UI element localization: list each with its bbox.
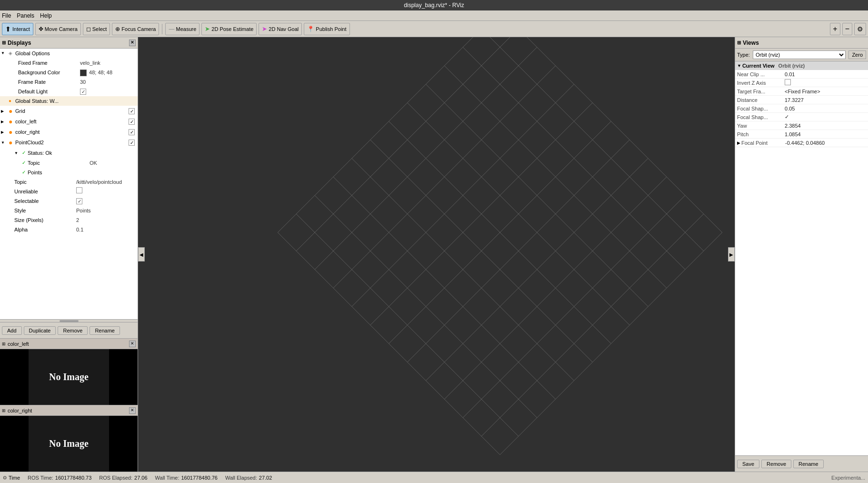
grid-checkbox[interactable]: ✓ xyxy=(129,108,135,114)
wall-elapsed-value: 27.02 xyxy=(259,475,272,481)
menu-file[interactable]: File xyxy=(2,12,11,19)
views-rename-button[interactable]: Rename xyxy=(793,460,824,468)
fixed-frame-value[interactable]: velo_link xyxy=(80,59,137,67)
remove-axis-button[interactable]: − xyxy=(842,23,852,35)
global-status-icon: ● xyxy=(9,97,11,105)
distance-row: Distance 17.3227 xyxy=(735,96,868,104)
color-left-image-panel: ⊞ color_left ✕ No Image xyxy=(0,338,138,405)
views-save-button[interactable]: Save xyxy=(737,460,759,468)
rename-display-button[interactable]: Rename xyxy=(90,326,120,335)
nav-icon: ➤ xyxy=(262,25,267,32)
views-remove-button[interactable]: Remove xyxy=(761,460,791,468)
time-panel-section: ⊙ Time xyxy=(3,475,20,481)
displays-content[interactable]: ▼ ◈ Global Options Fixed Frame velo_link xyxy=(0,49,138,319)
background-color-value[interactable]: 48; 48; 48 xyxy=(80,68,137,77)
status-ok-icon: ✓ xyxy=(22,149,26,157)
publish-point-button[interactable]: 📍 Publish Point xyxy=(304,23,349,35)
pointcloud2-checkbox[interactable]: ✓ xyxy=(129,140,135,146)
unreliable-checkbox[interactable] xyxy=(76,187,82,193)
selectable-row: Selectable ✓ xyxy=(0,196,138,206)
displays-icon: ⊞ xyxy=(2,40,6,45)
add-axis-button[interactable]: + xyxy=(830,23,840,35)
right-collapse-button[interactable]: ▶ xyxy=(728,247,735,262)
status-ok-label: Status: Ok xyxy=(28,149,90,157)
status-ok-expand[interactable]: ▼ xyxy=(14,151,18,155)
2d-nav-button[interactable]: ➤ 2D Nav Goal xyxy=(259,23,302,35)
focal-shape1-value[interactable]: 0.05 xyxy=(785,106,866,111)
add-display-button[interactable]: Add xyxy=(2,326,22,335)
2d-pose-button[interactable]: ➤ 2D Pose Estimate xyxy=(201,23,257,35)
frame-rate-row: Frame Rate 30 xyxy=(0,77,138,87)
wall-elapsed-section: Wall Elapsed: 27.02 xyxy=(225,475,272,481)
global-status-row: ● Global Status: W... xyxy=(0,96,138,106)
views-type-select[interactable]: Orbit (rviz) xyxy=(753,50,846,59)
menu-help[interactable]: Help xyxy=(40,12,52,19)
ros-time-value: 1601778480.73 xyxy=(55,475,91,481)
displays-close-button[interactable]: ✕ xyxy=(129,40,136,46)
color-left-expand[interactable]: ▶ xyxy=(1,120,4,124)
invert-z-checkbox[interactable] xyxy=(785,79,791,85)
views-title: Views xyxy=(743,40,759,46)
color-right-image-close[interactable]: ✕ xyxy=(129,407,136,414)
global-status-label: Global Status: W... xyxy=(15,97,77,105)
color-right-checkbox[interactable]: ✓ xyxy=(129,129,135,135)
measure-button[interactable]: — Measure xyxy=(165,23,200,35)
default-light-checkbox[interactable]: ✓ xyxy=(80,89,86,95)
interact-button[interactable]: ⬆ Interact xyxy=(2,23,33,35)
displays-header: ⊞ Displays ✕ xyxy=(0,37,138,49)
experimental-label: Experimenta... xyxy=(831,475,865,481)
target-frame-value[interactable]: <Fixed Frame> xyxy=(785,89,866,94)
pointcloud2-expand[interactable]: ▼ xyxy=(1,141,5,145)
focal-point-value[interactable]: -0.4462; 0.04860 xyxy=(785,140,866,146)
focal-point-expand[interactable]: ▶ xyxy=(737,141,740,145)
3d-viewport[interactable] xyxy=(138,37,735,472)
toolbar-sep-1 xyxy=(162,24,162,34)
duplicate-display-button[interactable]: Duplicate xyxy=(24,326,56,335)
viewport[interactable] xyxy=(138,37,735,472)
selectable-checkbox[interactable]: ✓ xyxy=(76,198,82,204)
left-panel: ⊞ Displays ✕ ▼ ◈ Global Options xyxy=(0,37,138,472)
background-color-swatch[interactable] xyxy=(80,70,87,76)
focus-icon: ⊕ xyxy=(115,26,120,32)
focus-camera-button[interactable]: ⊕ Focus Camera xyxy=(112,23,159,35)
yaw-value[interactable]: 2.3854 xyxy=(785,123,866,129)
color-left-image-close[interactable]: ✕ xyxy=(129,341,136,347)
selectable-label: Selectable xyxy=(14,197,76,205)
style-value[interactable]: Points xyxy=(76,206,137,215)
focal-shape2-value[interactable]: ✓ xyxy=(785,114,866,120)
target-frame-row: Target Fra... <Fixed Frame> xyxy=(735,87,868,96)
topic-status-value: OK xyxy=(90,159,137,167)
focal-shape1-row: Focal Shap... 0.05 xyxy=(735,104,868,113)
near-clip-value[interactable]: 0.01 xyxy=(785,71,866,77)
move-camera-label: Move Camera xyxy=(45,26,78,32)
global-options-expand[interactable]: ▼ xyxy=(1,49,5,58)
size-pixels-value[interactable]: 2 xyxy=(76,216,137,224)
grid-expand[interactable]: ▶ xyxy=(1,109,4,113)
alpha-value[interactable]: 0.1 xyxy=(76,225,137,234)
invert-z-row: Invert Z Axis xyxy=(735,79,868,87)
fixed-frame-label: Fixed Frame xyxy=(18,59,80,67)
color-left-checkbox[interactable]: ✓ xyxy=(129,119,135,125)
views-zero-button[interactable]: Zero xyxy=(848,50,866,59)
left-collapse-button[interactable]: ◀ xyxy=(138,247,145,262)
menu-panels[interactable]: Panels xyxy=(17,12,34,19)
pitch-value[interactable]: 1.0854 xyxy=(785,131,866,137)
config-button[interactable]: ⚙ xyxy=(854,23,866,35)
frame-rate-value[interactable]: 30 xyxy=(80,78,137,86)
select-button[interactable]: ◻ Select xyxy=(83,23,110,35)
distance-value[interactable]: 17.3227 xyxy=(785,97,866,103)
pointcloud2-icon: ● xyxy=(9,138,12,147)
focal-point-row: ▶ Focal Point -0.4462; 0.04860 xyxy=(735,139,868,147)
size-pixels-label: Size (Pixels) xyxy=(14,216,76,224)
color-right-expand[interactable]: ▶ xyxy=(1,130,4,134)
status-ok-row: ▼ ✓ Status: Ok xyxy=(0,148,138,158)
unreliable-label: Unreliable xyxy=(14,187,76,196)
topic-value[interactable]: /kitti/velo/pointcloud xyxy=(76,178,137,186)
remove-display-button[interactable]: Remove xyxy=(58,326,88,335)
current-view-expand[interactable]: ▼ xyxy=(737,63,741,68)
color-left-panel-icon: ⊞ xyxy=(2,342,6,346)
wall-elapsed-label: Wall Elapsed: xyxy=(225,475,257,481)
move-camera-button[interactable]: ✥ Move Camera xyxy=(35,23,81,35)
wall-time-value: 1601778480.76 xyxy=(181,475,217,481)
global-options-label: Global Options xyxy=(15,49,77,58)
